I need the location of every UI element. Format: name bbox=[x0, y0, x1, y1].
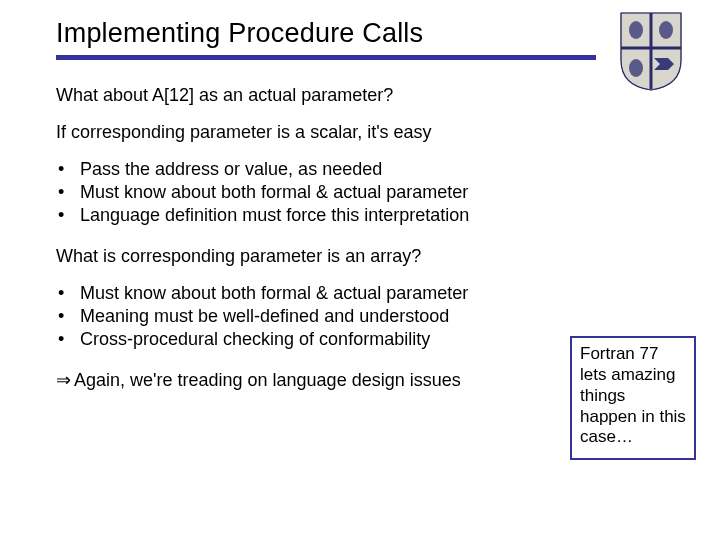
implies-icon: ⇒ bbox=[56, 369, 74, 392]
slide-title: Implementing Procedure Calls bbox=[56, 18, 576, 53]
slide: Implementing Procedure Calls What about … bbox=[0, 0, 720, 540]
svg-point-4 bbox=[629, 59, 643, 77]
block2-lead: What is corresponding parameter is an ar… bbox=[56, 245, 576, 268]
list-item: Pass the address or value, as needed bbox=[56, 158, 576, 181]
conclusion-text: Again, we're treading on language design… bbox=[74, 370, 461, 390]
slide-body: What about A[12] as an actual parameter?… bbox=[56, 84, 576, 406]
list-item: Cross-procedural checking of conformabil… bbox=[56, 328, 576, 351]
list-item: Must know about both formal & actual par… bbox=[56, 282, 576, 305]
title-block: Implementing Procedure Calls bbox=[56, 18, 576, 60]
block1-lead: If corresponding parameter is a scalar, … bbox=[56, 121, 576, 144]
callout-box: Fortran 77 lets amazing things happen in… bbox=[570, 336, 696, 460]
block1-bullets: Pass the address or value, as needed Mus… bbox=[56, 158, 576, 227]
callout-text: Fortran 77 lets amazing things happen in… bbox=[580, 344, 686, 446]
svg-point-2 bbox=[629, 21, 643, 39]
list-item: Language definition must force this inte… bbox=[56, 204, 576, 227]
block2-bullets: Must know about both formal & actual par… bbox=[56, 282, 576, 351]
list-item: Must know about both formal & actual par… bbox=[56, 181, 576, 204]
conclusion-line: ⇒Again, we're treading on language desig… bbox=[56, 369, 576, 392]
title-underline bbox=[56, 55, 596, 60]
crest-logo bbox=[618, 10, 684, 92]
intro-line: What about A[12] as an actual parameter? bbox=[56, 84, 576, 107]
list-item: Meaning must be well-defined and underst… bbox=[56, 305, 576, 328]
svg-point-3 bbox=[659, 21, 673, 39]
